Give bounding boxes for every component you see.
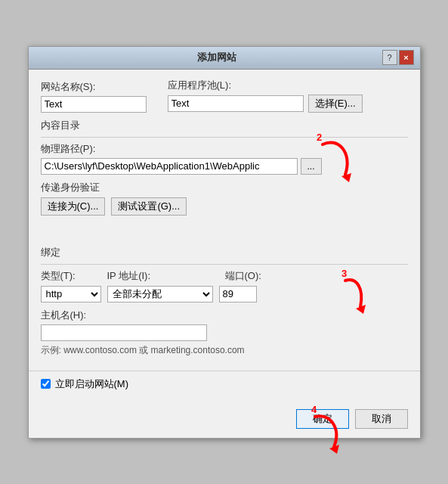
binding-label: 绑定 <box>41 246 408 259</box>
help-button[interactable]: ? <box>382 50 397 65</box>
hostname-label: 主机名(H): <box>41 309 87 321</box>
port-label: 端口(O): <box>225 270 261 281</box>
site-name-label: 网站名称(S): <box>41 80 147 94</box>
connect-as-button[interactable]: 连接为(C)... <box>41 197 106 216</box>
app-pool-input[interactable] <box>168 95 304 112</box>
physical-path-label: 物理路径(P): <box>41 143 96 154</box>
example-text: 示例: www.contoso.com 或 marketing.contoso.… <box>41 344 408 357</box>
ip-label: IP 地址(I): <box>107 270 151 281</box>
site-name-input[interactable] <box>41 96 147 113</box>
ok-button[interactable]: 确定 <box>296 409 349 429</box>
dialog-title: 添加网站 <box>51 51 382 64</box>
app-pool-label: 应用程序池(L): <box>168 79 363 92</box>
port-input[interactable] <box>219 286 257 302</box>
start-site-label[interactable]: 立即启动网站(M) <box>55 377 129 391</box>
cancel-button[interactable]: 取消 <box>355 409 408 429</box>
physical-path-input[interactable] <box>41 158 298 175</box>
title-bar: 添加网站 ? × <box>29 47 420 70</box>
pass-auth-label: 传递身份验证 <box>41 181 408 194</box>
svg-marker-4 <box>329 445 339 454</box>
select-app-pool-button[interactable]: 选择(E)... <box>308 95 363 113</box>
type-select[interactable]: http <box>41 286 101 302</box>
start-site-checkbox[interactable] <box>41 379 51 389</box>
hostname-input[interactable] <box>41 324 207 341</box>
type-label: 类型(T): <box>41 270 76 281</box>
content-dir-label: 内容目录 <box>41 119 408 132</box>
ip-select[interactable]: 全部未分配 <box>107 286 213 302</box>
close-button[interactable]: × <box>399 50 414 65</box>
test-settings-button[interactable]: 测试设置(G)... <box>111 197 187 216</box>
browse-button[interactable]: ... <box>301 158 322 175</box>
